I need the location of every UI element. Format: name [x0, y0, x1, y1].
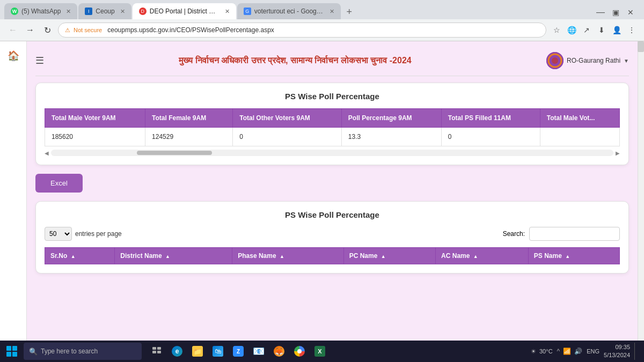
table-scrollbar-row: ◀ ▶	[45, 150, 620, 156]
show-desktop-button[interactable]	[634, 343, 638, 360]
taskbar-task-view[interactable]	[147, 342, 166, 361]
share-icon[interactable]: ↗	[581, 24, 592, 36]
sort-icon-phase[interactable]: ▲	[280, 254, 284, 259]
summary-table-wrapper: Total Male Voter 9AM Total Female 9AM To…	[45, 108, 620, 156]
close-window-button[interactable]: ✕	[624, 5, 638, 19]
svg-rect-4	[157, 347, 161, 350]
sort-icon-srno[interactable]: ▲	[71, 254, 76, 259]
chevron-up-icon[interactable]: ^	[557, 348, 560, 355]
page-scrollbar[interactable]	[638, 41, 644, 362]
temperature-icon: ☀	[531, 348, 536, 355]
tab-ceoup[interactable]: I Ceoup ✕	[78, 3, 131, 19]
table-scrollbar-thumb	[137, 151, 212, 155]
minimize-button[interactable]: —	[594, 5, 608, 19]
taskbar-store[interactable]: 🛍	[208, 342, 228, 361]
sort-icon-pc[interactable]: ▲	[381, 254, 386, 259]
taskbar-edge[interactable]: e	[167, 342, 187, 361]
tab-whatsapp[interactable]: W (5) WhatsApp ✕	[4, 3, 77, 19]
maximize-button[interactable]: ▣	[609, 5, 623, 19]
detail-table: Sr.No ▲ District Name ▲ Phase Name ▲	[45, 247, 620, 264]
sort-icon-district[interactable]: ▲	[165, 254, 170, 259]
col-ps-filled-11am: Total PS Filled 11AM	[441, 109, 540, 128]
col-total-male-9am: Total Male Voter 9AM	[45, 109, 145, 128]
extensions-icon[interactable]: 🌐	[566, 24, 577, 36]
cell-poll-pct: 13.3	[341, 128, 441, 146]
sort-icon-ps[interactable]: ▲	[565, 254, 570, 259]
scroll-left-arrow[interactable]: ◀	[45, 150, 49, 156]
back-button[interactable]: ←	[6, 24, 19, 36]
language-label: ENG	[587, 348, 599, 354]
cell-total-male: 185620	[45, 128, 145, 146]
entries-per-page-select[interactable]: 50 25 100	[45, 227, 72, 241]
volume-icon[interactable]: 🔊	[574, 348, 582, 355]
tab-close-deo[interactable]: ✕	[225, 8, 230, 15]
download-icon[interactable]: ⬇	[596, 24, 608, 36]
bookmark-star-icon[interactable]: ☆	[551, 24, 562, 36]
start-button[interactable]	[2, 342, 21, 361]
scroll-right-arrow[interactable]: ▶	[616, 150, 620, 156]
hamburger-menu[interactable]: ☰	[35, 55, 44, 67]
cell-ps-filled: 0	[441, 128, 540, 146]
profile-icon[interactable]: 👤	[611, 24, 623, 36]
col-ps-name: PS Name ▲	[528, 248, 619, 264]
taskbar-chrome[interactable]	[290, 342, 309, 361]
taskbar-zoom[interactable]: Z	[229, 342, 248, 361]
page-header: ☰ मुख्य निर्वाचन अधिकारी उत्तर प्रदेश, स…	[35, 48, 629, 76]
summary-card: PS Wise Poll Percentage Total Male Voter…	[35, 83, 629, 165]
user-dropdown-icon[interactable]: ▼	[624, 58, 629, 64]
entries-left: 50 25 100 entries per page	[45, 227, 122, 241]
tab-google[interactable]: G voterturout eci - Google Search ✕	[237, 3, 341, 19]
search-row: Search:	[503, 227, 620, 241]
excel-button[interactable]: Excel	[35, 174, 83, 193]
not-secure-label: Not secure	[74, 27, 102, 33]
col-total-female-9am: Total Female 9AM	[145, 109, 233, 128]
col-sr-no: Sr.No ▲	[45, 248, 115, 264]
tab-close-ceoup[interactable]: ✕	[120, 8, 125, 15]
sort-icon-ac[interactable]: ▲	[473, 254, 478, 259]
taskbar-clock[interactable]: 09:35 5/13/2024	[604, 343, 630, 360]
not-secure-icon: ⚠	[65, 27, 70, 34]
taskbar-explorer[interactable]: 📁	[188, 342, 207, 361]
col-district-name: District Name ▲	[115, 248, 232, 264]
network-icon[interactable]: 📶	[563, 348, 571, 355]
entries-label: entries per page	[75, 230, 122, 238]
taskbar-mail[interactable]: 📧	[249, 342, 268, 361]
page-body: 🏠 ☰ मुख्य निर्वाचन अधिकारी उत्तर प्रदेश,…	[0, 41, 644, 362]
user-name: RO-Gaurang Rathi	[567, 57, 620, 64]
summary-data-row: 185620 124529 0 13.3 0	[45, 128, 620, 146]
taskbar-language: ENG	[587, 348, 599, 354]
tab-close-whatsapp[interactable]: ✕	[66, 8, 71, 15]
tab-close-google[interactable]: ✕	[330, 8, 334, 15]
search-input[interactable]	[529, 227, 620, 241]
table-scrollbar[interactable]	[51, 150, 613, 156]
temperature-text: 30°C	[539, 348, 553, 354]
refresh-button[interactable]: ↻	[41, 24, 54, 36]
tab-deo[interactable]: D DEO Portal | District Unnao, Go... ✕	[133, 3, 236, 19]
summary-table: Total Male Voter 9AM Total Female 9AM To…	[45, 108, 620, 146]
col-phase-name: Phase Name ▲	[232, 248, 343, 264]
cell-total-female: 124529	[145, 128, 233, 146]
clock-date: 5/13/2024	[604, 351, 630, 359]
home-icon[interactable]: 🏠	[8, 50, 19, 62]
col-pc-name: PC Name ▲	[343, 248, 435, 264]
menu-icon[interactable]: ⋮	[626, 24, 638, 36]
taskbar-search-bar[interactable]: 🔍 Type here to search	[24, 343, 142, 360]
address-input[interactable]: ⚠ Not secure ceoupmps.upsdc.gov.in/CEO/P…	[58, 23, 546, 38]
detail-table-title: PS Wise Poll Percentage	[45, 210, 620, 219]
detail-card: PS Wise Poll Percentage 50 25 100 entrie…	[35, 201, 629, 274]
forward-button[interactable]: →	[24, 24, 36, 36]
windows-logo-icon	[6, 346, 17, 357]
taskbar-search-text: Type here to search	[41, 348, 98, 355]
col-total-other-9am: Total Other Voters 9AM	[233, 109, 342, 128]
svg-rect-3	[152, 347, 156, 350]
taskbar-right: ☀ 30°C ^ 📶 🔊 ENG 09:35 5/13/2024	[526, 343, 642, 360]
taskbar-excel[interactable]: X	[310, 342, 330, 361]
taskbar-firefox[interactable]: 🦊	[269, 342, 289, 361]
summary-table-header-row: Total Male Voter 9AM Total Female 9AM To…	[45, 109, 620, 128]
svg-rect-6	[157, 351, 161, 353]
toolbar-icons: ☆ 🌐 ↗ ⬇ 👤 ⋮	[551, 24, 638, 36]
sidebar: 🏠	[0, 41, 27, 362]
tab-bar: W (5) WhatsApp ✕ I Ceoup ✕ D DEO Portal …	[0, 0, 644, 19]
new-tab-button[interactable]: +	[342, 4, 357, 19]
detail-table-wrapper: Sr.No ▲ District Name ▲ Phase Name ▲	[45, 247, 620, 264]
